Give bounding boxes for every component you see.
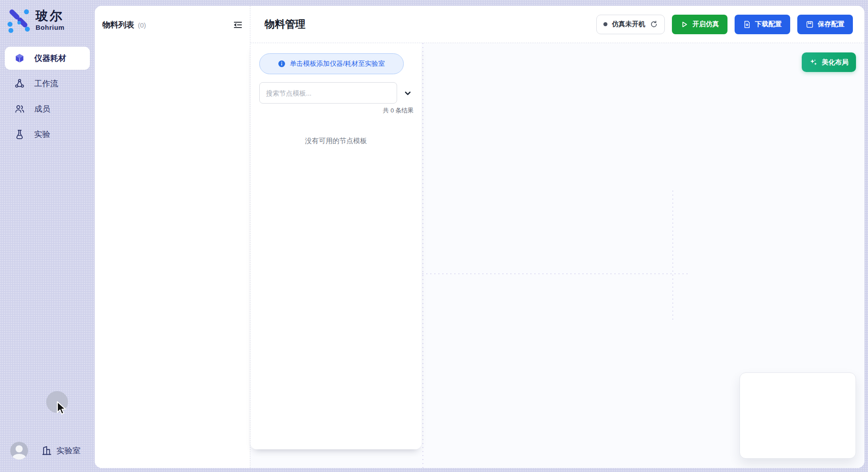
sparkles-icon — [809, 58, 818, 67]
save-config-label: 保存配置 — [818, 20, 844, 28]
sim-status-pill: 仿真未开机 — [596, 15, 665, 34]
search-input[interactable] — [259, 82, 397, 104]
download-config-label: 下载配置 — [755, 20, 782, 28]
play-icon — [680, 20, 688, 28]
sidebar-item-experiments[interactable]: 实验 — [5, 123, 90, 146]
save-icon — [806, 20, 814, 28]
hint-banner: 单击模板添加仪器/耗材至实验室 — [259, 53, 404, 74]
layout-canvas[interactable]: 单击模板添加仪器/耗材至实验室 共 0 条结果 没有可用的节点模板 美化布局 — [250, 43, 864, 468]
status-dot — [603, 22, 607, 26]
lab-entry-label: 实验室 — [56, 445, 80, 456]
cube-icon — [14, 53, 25, 64]
canvas-gridline — [422, 273, 688, 274]
sim-status-text: 仿真未开机 — [612, 20, 645, 28]
materials-panel-title: 物料列表 — [102, 20, 134, 30]
page-title: 物料管理 — [265, 17, 305, 31]
main-column: 物料管理 仿真未开机 开启仿真 — [250, 6, 864, 468]
minimap[interactable] — [739, 372, 856, 459]
node-template-panel: 单击模板添加仪器/耗材至实验室 共 0 条结果 没有可用的节点模板 — [250, 43, 422, 449]
main-window: 物料列表 (0) 物料管理 仿真未开机 — [95, 6, 864, 468]
sidebar-nav: 仪器耗材 工作流 成员 实验 — [0, 47, 95, 146]
sidebar: 玻尔 Bohrium 仪器耗材 工作流 成员 — [0, 0, 95, 472]
sidebar-item-members[interactable]: 成员 — [5, 97, 90, 120]
sidebar-item-label: 工作流 — [34, 78, 58, 89]
sidebar-item-workflow[interactable]: 工作流 — [5, 72, 90, 95]
sidebar-item-instruments[interactable]: 仪器耗材 — [5, 47, 90, 70]
info-icon — [278, 60, 285, 68]
menu-fold-icon[interactable] — [232, 19, 244, 31]
chevron-down-icon[interactable] — [402, 88, 414, 99]
refresh-icon[interactable] — [650, 20, 658, 28]
app-screen: 玻尔 Bohrium 仪器耗材 工作流 成员 — [0, 0, 868, 472]
beautify-layout-button[interactable]: 美化布局 — [802, 52, 856, 72]
canvas-gridline — [422, 43, 423, 468]
materials-count-badge: (0) — [138, 21, 146, 29]
beautify-layout-label: 美化布局 — [822, 58, 848, 67]
topbar: 物料管理 仿真未开机 开启仿真 — [250, 6, 864, 43]
experiment-icon — [14, 129, 25, 140]
workflow-icon — [14, 78, 25, 89]
start-simulation-label: 开启仿真 — [692, 20, 719, 28]
sidebar-footer: 实验室 — [0, 441, 95, 460]
building-icon — [41, 445, 52, 456]
save-config-button[interactable]: 保存配置 — [797, 15, 853, 34]
lab-entry[interactable]: 实验室 — [41, 445, 80, 456]
sidebar-item-label: 实验 — [34, 129, 50, 140]
materials-panel-header: 物料列表 (0) — [95, 6, 250, 31]
members-icon — [14, 104, 25, 114]
start-simulation-button[interactable]: 开启仿真 — [672, 15, 727, 34]
materials-panel: 物料列表 (0) — [95, 6, 250, 468]
brand-name-en: Bohrium — [36, 24, 64, 31]
canvas-gridline — [672, 191, 673, 320]
file-download-icon — [743, 20, 751, 28]
brand-name-zh: 玻尔 — [36, 9, 64, 23]
sidebar-item-label: 仪器耗材 — [34, 53, 66, 64]
sidebar-item-label: 成员 — [34, 104, 50, 114]
download-config-button[interactable]: 下载配置 — [735, 15, 790, 34]
hint-banner-text: 单击模板添加仪器/耗材至实验室 — [289, 60, 385, 68]
user-avatar[interactable] — [10, 442, 28, 460]
result-count: 共 0 条结果 — [383, 107, 414, 115]
brand: 玻尔 Bohrium — [7, 8, 64, 31]
empty-state-text: 没有可用的节点模板 — [250, 136, 422, 146]
bohrium-logo-icon — [7, 8, 30, 31]
